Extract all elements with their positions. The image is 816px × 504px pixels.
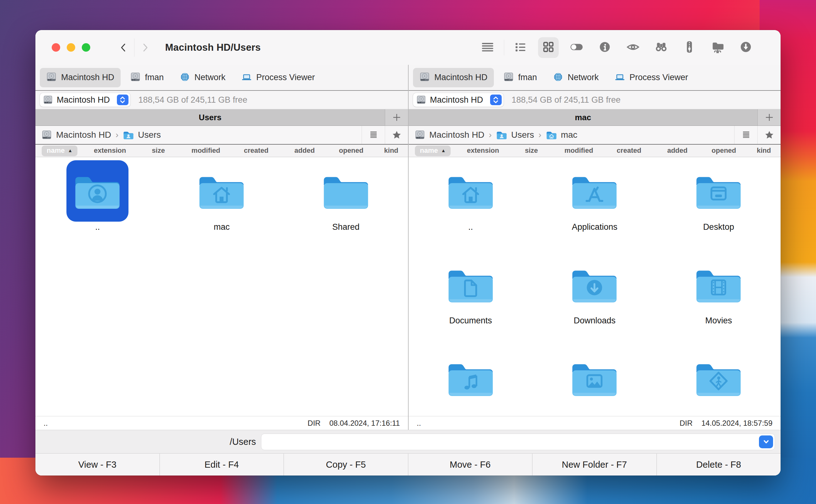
column-header[interactable]: created — [604, 146, 654, 156]
toolbar-button[interactable] — [623, 37, 643, 58]
file-item[interactable]: mac — [190, 160, 253, 254]
drive-selector[interactable]: Macintosh HD — [413, 93, 503, 107]
file-item[interactable]: Applications — [563, 160, 626, 254]
pane-tab[interactable]: Process Viewer — [235, 68, 321, 87]
traffic-light-button[interactable] — [82, 43, 90, 52]
function-button[interactable]: Copy - F5 — [284, 454, 408, 476]
list-options-button[interactable] — [734, 126, 757, 144]
toolbar — [477, 37, 756, 58]
column-header[interactable]: kind — [747, 146, 781, 156]
toolbar-button[interactable] — [736, 37, 756, 58]
pane-tab[interactable]: fman — [124, 68, 170, 87]
column-header[interactable]: extension — [84, 146, 136, 156]
traffic-light-button[interactable] — [52, 43, 60, 52]
column-header[interactable]: added — [282, 146, 328, 156]
toolbar-button[interactable] — [477, 37, 498, 58]
function-button[interactable]: Move - F6 — [408, 454, 533, 476]
traffic-light-button[interactable] — [67, 43, 75, 52]
forward-button[interactable] — [138, 38, 152, 57]
folder-plain-icon — [320, 170, 372, 212]
file-item[interactable]: Shared — [315, 160, 377, 254]
back-button[interactable] — [116, 38, 130, 57]
file-item[interactable] — [688, 347, 750, 416]
column-header[interactable]: extension — [457, 146, 509, 156]
left-folder-tab-bar: Users — [35, 109, 408, 126]
drive-icon — [41, 130, 52, 140]
breadcrumb-item[interactable]: › Users — [484, 130, 534, 140]
function-button[interactable]: View - F3 — [35, 454, 160, 476]
toolbar-button[interactable] — [707, 37, 728, 58]
eye-icon — [626, 40, 640, 55]
drive-icon — [130, 72, 141, 84]
file-icon-selection — [440, 254, 502, 315]
file-item[interactable]: Desktop — [688, 160, 750, 254]
file-item[interactable]: Documents — [440, 254, 502, 347]
drive-selector[interactable]: Macintosh HD — [40, 93, 130, 107]
column-header[interactable]: name▲ — [409, 146, 457, 156]
breadcrumb-item[interactable]: › Macintosh HD — [414, 130, 484, 140]
pane-tab[interactable]: Process Viewer — [608, 68, 695, 87]
file-item[interactable] — [563, 347, 626, 416]
dual-pane-area: Macintosh HD fman Network Proces — [35, 65, 781, 430]
free-space-label: 188,54 GB of 245,11 GB free — [512, 95, 621, 105]
toolbar-button[interactable] — [538, 37, 559, 58]
left-drive-row: Macintosh HD 188,54 GB of 245,11 GB free — [35, 91, 408, 109]
pane-tab[interactable]: fman — [497, 68, 543, 87]
column-header[interactable]: added — [654, 146, 700, 156]
file-item[interactable] — [440, 347, 502, 416]
favorites-star-button[interactable] — [385, 126, 408, 144]
detail-list-view-icon — [513, 40, 527, 55]
new-tab-button[interactable] — [757, 109, 781, 126]
breadcrumb-item[interactable]: › mac — [534, 130, 577, 140]
status-kind: DIR — [680, 419, 693, 428]
globe-icon — [179, 72, 190, 84]
command-history-button[interactable] — [759, 435, 773, 448]
pane-tab[interactable]: Macintosh HD — [413, 68, 494, 87]
title-bar: Macintosh HD/Users — [35, 30, 781, 65]
drive-icon — [503, 72, 514, 84]
new-tab-button[interactable] — [385, 109, 408, 126]
breadcrumb-item[interactable]: › Users — [111, 130, 161, 140]
folder-tab[interactable]: Users — [35, 109, 385, 126]
column-header[interactable]: opened — [328, 146, 374, 156]
function-button[interactable]: Delete - F8 — [657, 454, 781, 476]
toolbar-button[interactable] — [679, 37, 700, 58]
file-icon-selection — [563, 347, 626, 409]
column-header[interactable]: size — [509, 146, 553, 156]
folder-appstore-icon — [569, 170, 620, 212]
folder-home-icon — [196, 170, 247, 212]
toolbar-button[interactable] — [651, 37, 672, 58]
pane-tab[interactable]: Network — [173, 68, 232, 87]
function-button[interactable]: New Folder - F7 — [532, 454, 657, 476]
breadcrumb-item[interactable]: › Macintosh HD — [41, 130, 111, 140]
column-header[interactable]: modified — [554, 146, 604, 156]
column-header[interactable]: name▲ — [35, 146, 84, 156]
toggle-switch-icon — [570, 40, 583, 55]
toolbar-button[interactable] — [594, 37, 615, 58]
drive-dropdown-icon[interactable] — [490, 95, 502, 105]
column-header[interactable]: opened — [701, 146, 747, 156]
folder-document-icon — [445, 264, 496, 305]
column-header[interactable]: modified — [181, 146, 231, 156]
file-item[interactable]: .. — [440, 160, 502, 254]
column-header[interactable]: created — [231, 146, 282, 156]
pane-tab[interactable]: Network — [546, 68, 605, 87]
command-input-wrap — [261, 434, 775, 450]
drive-dropdown-icon[interactable] — [117, 95, 128, 105]
pane-tab[interactable]: Macintosh HD — [40, 68, 121, 87]
file-item[interactable]: Movies — [688, 254, 750, 347]
toolbar-button[interactable] — [510, 37, 530, 58]
list-options-button[interactable] — [362, 126, 385, 144]
file-item[interactable]: Downloads — [563, 254, 626, 347]
function-button[interactable]: Edit - F4 — [160, 454, 284, 476]
favorites-star-button[interactable] — [757, 126, 781, 144]
right-status-bar: .. DIR 14.05.2024, 18:57:59 — [409, 416, 781, 430]
column-header[interactable]: size — [136, 146, 181, 156]
column-header[interactable]: kind — [374, 146, 408, 156]
command-input[interactable] — [261, 434, 775, 450]
folder-home-icon — [445, 170, 496, 212]
toolbar-button[interactable] — [566, 37, 587, 58]
folder-tab[interactable]: mac — [409, 109, 757, 126]
left-pane: Macintosh HD fman Network Proces — [35, 65, 408, 430]
file-item[interactable]: .. — [66, 160, 128, 254]
